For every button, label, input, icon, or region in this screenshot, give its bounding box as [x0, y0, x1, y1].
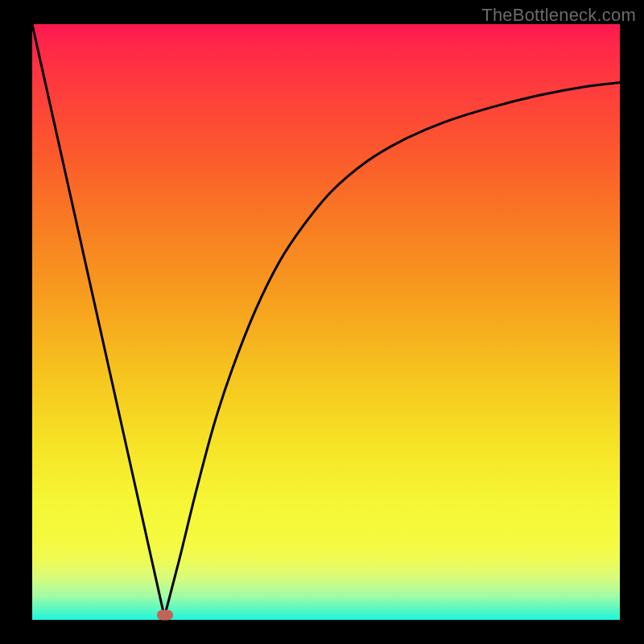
watermark-label: TheBottleneck.com: [481, 5, 636, 26]
plot-area: [32, 24, 620, 620]
curve-left-arm: [32, 24, 164, 617]
chart-frame: TheBottleneck.com: [0, 0, 644, 644]
curve-right-arm: [164, 83, 620, 617]
optimum-marker: [157, 610, 173, 621]
bottleneck-curve: [32, 24, 620, 620]
